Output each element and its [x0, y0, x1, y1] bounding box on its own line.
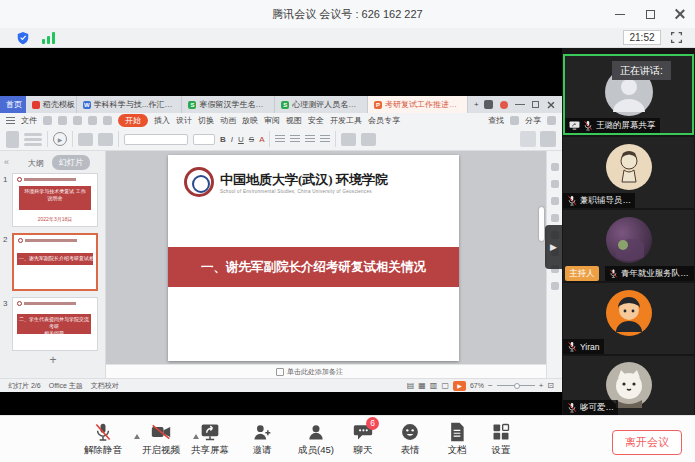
wps-menu-devtools[interactable]: 开发工具: [330, 115, 362, 126]
strikethrough-button[interactable]: S: [249, 135, 254, 144]
more-icon[interactable]: [547, 116, 556, 125]
canvas-scrollbar[interactable]: [539, 207, 544, 241]
template-pane-icon[interactable]: [551, 214, 559, 222]
wps-tab-doc1[interactable]: W学科科学与技...作汇报方案: [77, 96, 183, 113]
save-icon[interactable]: [43, 116, 52, 125]
participant-tile[interactable]: Yiran: [563, 283, 694, 354]
sidebar-collapse-toggle[interactable]: ▶: [545, 225, 562, 269]
help-pane-icon[interactable]: [551, 282, 559, 290]
invite-button[interactable]: 邀请: [237, 422, 287, 457]
participant-tile-host[interactable]: 主持人 青年就业服务队 彭…: [563, 210, 694, 281]
font-color-button[interactable]: A: [259, 135, 264, 144]
wps-message-icon[interactable]: [500, 101, 508, 109]
wps-menu-view[interactable]: 视图: [286, 115, 302, 126]
security-shield-icon[interactable]: [16, 31, 30, 45]
slide-thumbnail-2-selected[interactable]: 一、谢先军副院长介绍考研复试相关情况: [12, 233, 98, 291]
layout-icon[interactable]: [98, 133, 113, 146]
design-pane-icon[interactable]: [551, 197, 559, 205]
settings-button[interactable]: 设置: [476, 422, 526, 457]
play-from-current-icon[interactable]: ▶: [53, 132, 67, 146]
zoom-slider[interactable]: [497, 385, 535, 386]
wps-minimize-icon[interactable]: [515, 104, 525, 105]
textbox-icon[interactable]: [341, 133, 356, 146]
properties-icon[interactable]: [551, 163, 559, 171]
panel-tab-outline[interactable]: 大纲: [28, 158, 44, 169]
animation-pane-icon[interactable]: [551, 180, 559, 188]
zoom-out-icon[interactable]: −: [488, 381, 493, 390]
wps-maximize-icon[interactable]: [532, 101, 539, 108]
wps-new-tab-button[interactable]: +: [468, 96, 484, 113]
current-slide[interactable]: 中国地质大学(武汉) 环境学院 School of Environmental …: [168, 155, 459, 361]
share-screen-button[interactable]: 共享屏幕: [181, 422, 239, 457]
wps-menu-security[interactable]: 安全: [308, 115, 324, 126]
emoji-button[interactable]: 表情: [385, 422, 435, 457]
bold-button[interactable]: B: [220, 135, 226, 144]
wps-menu-slideshow[interactable]: 放映: [242, 115, 258, 126]
leave-meeting-button[interactable]: 离开会议: [612, 430, 682, 455]
add-slide-button[interactable]: +: [0, 353, 106, 367]
wps-menu-member[interactable]: 会员专享: [368, 115, 400, 126]
cloud-sync-icon[interactable]: [510, 116, 519, 125]
view-normal-icon[interactable]: ▤: [407, 381, 415, 390]
shapes-icon[interactable]: [361, 133, 376, 146]
wps-menu-file[interactable]: 文件: [21, 115, 37, 126]
proofing-status[interactable]: 文档校对: [91, 381, 119, 391]
wps-menu-review[interactable]: 审阅: [264, 115, 280, 126]
members-button[interactable]: 成员(45): [287, 422, 345, 457]
slide-thumbnail-3[interactable]: 二、学生代表提问并与学院交流考研 相关问题: [12, 297, 98, 351]
font-family-select[interactable]: [124, 134, 188, 145]
docs-button[interactable]: 文档: [432, 422, 482, 457]
panel-collapse-button[interactable]: «: [4, 157, 9, 167]
fit-slide-icon[interactable]: ⊡: [547, 381, 554, 390]
participant-tile[interactable]: 哆可爱…: [563, 356, 694, 415]
wps-menu-insert[interactable]: 插入: [154, 115, 170, 126]
align-left-icon[interactable]: [275, 135, 285, 143]
view-reading-icon[interactable]: ▢: [441, 381, 449, 390]
thumb-logo: [17, 177, 76, 182]
view-sorter-icon[interactable]: ▥: [430, 381, 438, 390]
zoom-in-icon[interactable]: +: [539, 381, 544, 390]
wps-close-icon[interactable]: [548, 101, 555, 108]
wps-apps-icon[interactable]: [484, 100, 493, 109]
export-icon[interactable]: [73, 116, 82, 125]
undo-icon[interactable]: [88, 116, 97, 125]
paste-icon[interactable]: [6, 131, 19, 148]
slideshow-play-button[interactable]: ▶: [453, 381, 466, 391]
font-size-select[interactable]: [193, 134, 215, 145]
underline-button[interactable]: U: [238, 135, 244, 144]
align-center-icon[interactable]: [290, 135, 300, 143]
fullscreen-icon[interactable]: [670, 31, 683, 44]
close-button[interactable]: [665, 0, 695, 28]
wps-find[interactable]: 查找: [488, 115, 504, 126]
chat-button[interactable]: 6 聊天: [338, 422, 388, 457]
wps-tab-home[interactable]: 首页: [0, 96, 26, 113]
wps-tab-docer[interactable]: 稻壳模板: [26, 96, 77, 113]
wps-share[interactable]: 分享: [525, 115, 541, 126]
wps-tab-active-ppt[interactable]: P考研复试工作推进交流会: [368, 96, 468, 113]
participant-tile[interactable]: 兼职辅导员…: [563, 137, 694, 208]
wps-menu-transition[interactable]: 切换: [198, 115, 214, 126]
unmute-button[interactable]: 解除静音: [74, 422, 132, 457]
selection-pane-icon[interactable]: [520, 131, 536, 147]
minimize-button[interactable]: [605, 0, 635, 28]
new-slide-icon[interactable]: [78, 133, 93, 146]
zoom-level[interactable]: 67%: [470, 382, 484, 389]
maximize-button[interactable]: [635, 0, 665, 28]
panel-tab-slides[interactable]: 幻灯片: [52, 155, 90, 170]
view-grid-icon[interactable]: ▦: [418, 381, 426, 390]
print-icon[interactable]: [58, 116, 67, 125]
notes-bar[interactable]: 单击此处添加备注: [106, 364, 546, 378]
wps-menu-start[interactable]: 开始: [118, 114, 148, 127]
wps-tab-doc3[interactable]: S心理测评人员名单.xlsx: [275, 96, 368, 113]
align-right-icon[interactable]: [305, 135, 315, 143]
wps-tab-doc2[interactable]: S寒假留汉学生名单.xlsx: [182, 96, 275, 113]
line-spacing-icon[interactable]: [320, 135, 330, 143]
wps-menu-animation[interactable]: 动画: [220, 115, 236, 126]
document-icon: [448, 422, 466, 442]
slide-thumbnail-1[interactable]: 环境科学与技术类复试 工作 说明会 2022年3月18日: [12, 173, 98, 227]
network-signal-icon[interactable]: [42, 32, 56, 44]
redo-icon[interactable]: [103, 116, 112, 125]
show-tools-icon[interactable]: [540, 131, 556, 147]
wps-menu-design[interactable]: 设计: [176, 115, 192, 126]
italic-button[interactable]: I: [231, 135, 233, 144]
